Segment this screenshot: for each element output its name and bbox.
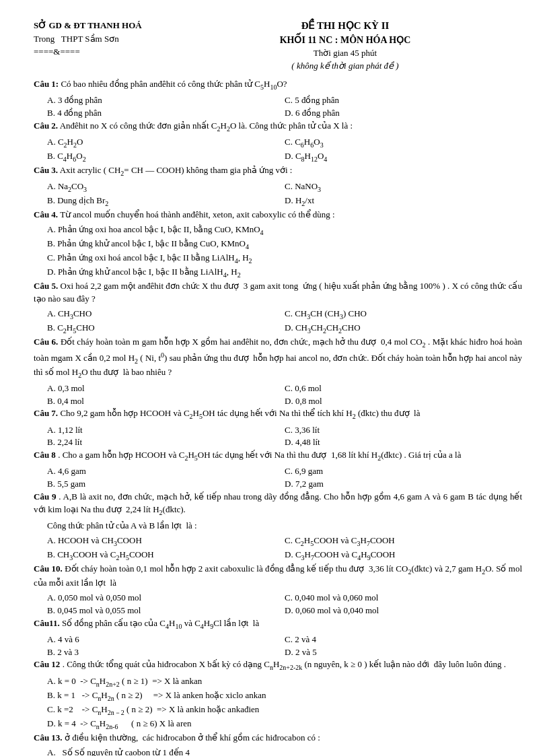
q13-opt-a: A. Số Số nguyên tử caobon từ 1 đến 4 — [47, 747, 522, 756]
page-header: SỞ GD & ĐT THANH HOÁ Trong THPT Sầm Sơn … — [34, 19, 522, 73]
q12-opt-c: C. k =2 -> CnH2n－2 ( n ≥ 2) => X là anki… — [47, 703, 522, 718]
q3-opt-b: B. Dung dịch Br2 — [47, 195, 285, 209]
school-dept: SỞ GD & ĐT THANH HOÁ — [34, 19, 142, 32]
q10-option-row-2: B. 0,045 mol và 0,055 mol D. 0,060 mol v… — [47, 605, 522, 617]
question-11: Câu11. Số đồng phân cấu tạo của C4H10 và… — [34, 617, 522, 631]
q3-opt-c: C. NaNO3 — [285, 180, 522, 195]
q6-opt-a: A. 0,3 mol — [47, 382, 285, 395]
q3-opt-a: A. Na2CO3 — [47, 180, 285, 195]
q6-opt-c: C. 0,6 mol — [285, 382, 522, 395]
exam-content: Câu 1: Có bao nhiêu đồng phân anđêhit có… — [34, 78, 522, 756]
question-4: Câu 4. Từ ancol muốn chuyển hoá thành an… — [34, 209, 522, 221]
q9-opt-b: B. CH3COOH và C2H5COOH — [47, 549, 285, 563]
q5-opt-a: A. CH3CHO — [47, 308, 285, 322]
q9-option-row-1: A. HCOOH và CH3COOH C. C2H5COOH và C3H7C… — [47, 535, 522, 549]
q11-opt-b: B. 2 và 3 — [47, 646, 285, 659]
header-left: SỞ GD & ĐT THANH HOÁ Trong THPT Sầm Sơn … — [34, 19, 142, 59]
q13-text: ở điều kiện thường, các hiđrocabon ở thể… — [65, 732, 320, 743]
q7-opt-d: D. 4,48 lít — [285, 436, 522, 449]
q3-opt-d: D. H2/xt — [285, 195, 522, 209]
q8-opt-b: B. 5,5 gam — [47, 478, 285, 491]
q3-option-row-2: B. Dung dịch Br2 D. H2/xt — [47, 195, 522, 209]
q8-option-row-2: B. 5,5 gam D. 7,2 gam — [47, 478, 522, 491]
q6-opt-d: D. 0,8 mol — [285, 395, 522, 408]
question-5: Câu 5. Oxi hoá 2,2 gam một anđêhit đơn c… — [34, 280, 522, 306]
q4-options: A. Phản ứng oxi hoa ancol bậc I, bậc II,… — [47, 224, 522, 280]
question-7: Câu 7. Cho 9,2 gam hỗn hợp HCOOH và C2H5… — [34, 407, 522, 421]
q10-opt-a: A. 0,050 mol và 0,050 mol — [47, 592, 285, 605]
q6-text: Đốt cháy hoàn toàn m gam hỗn hợp X gồm h… — [34, 337, 522, 377]
q5-opt-d: D. CH3CH2CH2CHO — [285, 322, 522, 336]
q10-options: A. 0,050 mol và 0,050 mol C. 0,040 mol v… — [47, 592, 522, 617]
q7-opt-a: A. 1,12 lít — [47, 424, 285, 437]
q7-opt-b: B. 2,24 lít — [47, 436, 285, 449]
q8-option-row-1: A. 4,6 gam C. 6,9 gam — [47, 465, 522, 478]
q1-option-row-2: B. 4 đồng phân D. 6 đồng phân — [47, 107, 522, 120]
q11-opt-c: C. 2 và 4 — [285, 633, 522, 646]
q7-opt-c: C. 3,36 lít — [285, 424, 522, 437]
question-13: Câu 13. ở điều kiện thường, các hiđrocab… — [34, 732, 522, 745]
q7-options: A. 1,12 lít C. 3,36 lít B. 2,24 lít D. 4… — [47, 424, 522, 450]
q10-text: Đốt cháy hoàn toàn 0,1 mol hỗn hợp 2 axi… — [34, 563, 522, 588]
q12-options: A. k = 0 -> CnH2n+2 ( n ≥ 1) => X là ank… — [47, 675, 522, 732]
header-center: ĐỀ THI HỌC KỲ II KHỐI 11 NC : MÔN HÓA HỌ… — [168, 19, 522, 73]
q11-opt-d: D. 2 và 5 — [285, 646, 522, 659]
q6-options: A. 0,3 mol C. 0,6 mol B. 0,4 mol D. 0,8 … — [47, 382, 522, 408]
q8-label: Câu 8 — [34, 450, 56, 460]
q2-option-row-1: A. C2H2O C. C6H6O3 — [47, 136, 522, 150]
q4-text: Từ ancol muốn chuyển hoá thành anđêhit, … — [60, 209, 335, 219]
q9-text: . A,B là axit no, đơn chức, mạch hở, kế … — [34, 491, 522, 514]
question-12: Câu 12 . Công thức tổng quát của hiđroca… — [34, 658, 522, 673]
q4-opt-d: D. Phản ứng khử ancol bậc I, bậc II bằng… — [47, 266, 522, 280]
q5-option-row-2: B. C2H5CHO D. CH3CH2CH2CHO — [47, 322, 522, 336]
q3-text: Axit acrylic ( CH2= CH — COOH) không tha… — [60, 165, 293, 175]
q11-label: Câu11. — [34, 618, 60, 628]
q6-label: Câu 6. — [34, 337, 58, 347]
q4-opt-a: A. Phản ứng oxi hoa ancol bậc I, bậc II,… — [47, 224, 522, 238]
q8-opt-a: A. 4,6 gam — [47, 465, 285, 478]
q11-option-row-1: A. 4 và 6 C. 2 và 4 — [47, 633, 522, 646]
q2-option-row-2: B. C4H6O2 D. C8H12O4 — [47, 150, 522, 164]
q9-options: A. HCOOH và CH3COOH C. C2H5COOH và C3H7C… — [47, 535, 522, 563]
q1-opt-d: D. 6 đồng phân — [285, 107, 522, 120]
q5-opt-c: C. CH3CH (CH3) CHO — [285, 308, 522, 322]
q2-opt-c: C. C6H6O3 — [285, 136, 522, 150]
q4-opt-c: C. Phản ứng oxi hoá ancol bậc I, bậc II … — [47, 252, 522, 266]
q4-label: Câu 4. — [34, 209, 58, 219]
q1-opt-a: A. 3 đồng phân — [47, 94, 285, 107]
exam-title: ĐỀ THI HỌC KỲ II — [168, 19, 522, 34]
q9-opt-a: A. HCOOH và CH3COOH — [47, 535, 285, 549]
question-8: Câu 8 . Cho a gam hỗn hợp HCOOH và C2H5O… — [34, 449, 522, 463]
q1-option-row-1: A. 3 đồng phân C. 5 đồng phân — [47, 94, 522, 107]
q4-opt-b: B. Phản ứng khử ancol bậc I, bậc II bằng… — [47, 238, 522, 252]
question-1: Câu 1: Có bao nhiêu đồng phân anđêhit có… — [34, 78, 522, 92]
q7-label: Câu 7. — [34, 408, 58, 418]
q9-label: Câu 9 — [34, 491, 56, 502]
q10-opt-d: D. 0,060 mol và 0,040 mol — [285, 605, 522, 617]
exam-note: ( không kể thời gian phát đề ) — [168, 60, 522, 73]
q10-opt-b: B. 0,045 mol và 0,055 mol — [47, 605, 285, 617]
q2-opt-b: B. C4H6O2 — [47, 150, 285, 164]
q6-opt-b: B. 0,4 mol — [47, 395, 285, 408]
q2-options: A. C2H2O C. C6H6O3 B. C4H6O2 D. C8H12O4 — [47, 136, 522, 164]
q1-text: Có bao nhiêu đồng phân anđêhit có công t… — [61, 79, 287, 89]
q12-text: . Công thức tổng quát của hiđrocabon X b… — [63, 659, 506, 669]
q10-option-row-1: A. 0,050 mol và 0,050 mol C. 0,040 mol v… — [47, 592, 522, 605]
school-name: Trong THPT Sầm Sơn — [34, 32, 142, 46]
q8-text: . Cho a gam hỗn hợp HCOOH và C2H5OH tác … — [58, 450, 461, 460]
question-3: Câu 3. Axit acrylic ( CH2= CH — COOH) kh… — [34, 164, 522, 178]
q9-option-row-2: B. CH3COOH và C2H5COOH D. C3H7COOH và C4… — [47, 549, 522, 563]
question-9: Câu 9 . A,B là axit no, đơn chức, mạch h… — [34, 491, 522, 518]
q3-label: Câu 3. — [34, 165, 58, 175]
q1-label: Câu 1: — [34, 79, 59, 89]
q10-label: Câu 10. — [34, 563, 63, 574]
q3-options: A. Na2CO3 C. NaNO3 B. Dung dịch Br2 D. H… — [47, 180, 522, 209]
q11-opt-a: A. 4 và 6 — [47, 633, 285, 646]
exam-time: Thời gian 45 phút — [168, 47, 522, 60]
q1-opt-c: C. 5 đồng phân — [285, 94, 522, 107]
q8-opt-c: C. 6,9 gam — [285, 465, 522, 478]
question-2: Câu 2. Anđêhit no X có công thức đơn giả… — [34, 120, 522, 134]
q6-option-row-2: B. 0,4 mol D. 0,8 mol — [47, 395, 522, 408]
q3-option-row-1: A. Na2CO3 C. NaNO3 — [47, 180, 522, 195]
q1-options: A. 3 đồng phân C. 5 đồng phân B. 4 đồng … — [47, 94, 522, 120]
